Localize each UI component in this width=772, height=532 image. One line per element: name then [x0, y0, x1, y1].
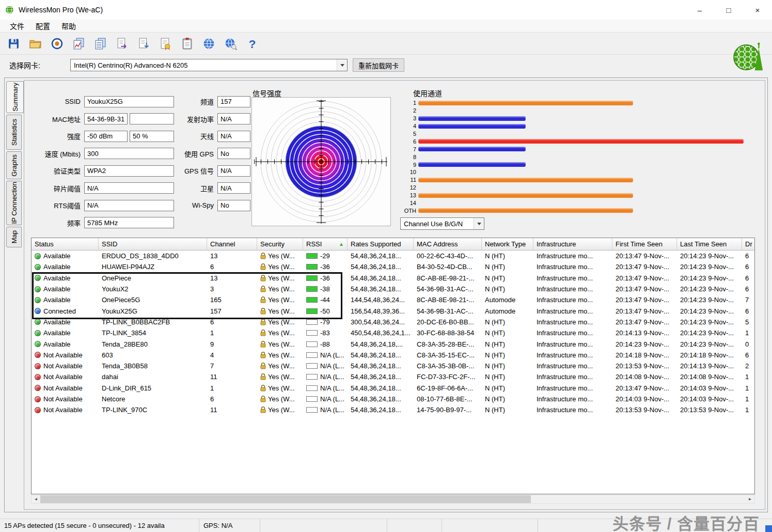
field-value-box[interactable]: N/A: [84, 182, 174, 194]
table-row[interactable]: Not Available6034Yes (W...N/A (L...54,48…: [31, 350, 754, 361]
column-header-channel[interactable]: Channel: [207, 238, 257, 251]
rates-cell: 54,48,36,24,18...: [348, 350, 414, 361]
field-value-box[interactable]: N/A: [84, 200, 174, 211]
rates-cell: 300,54,48,36,24...: [348, 317, 414, 327]
column-header-status[interactable]: Status: [31, 238, 99, 251]
tab-statistics[interactable]: Statistics: [6, 115, 22, 150]
field-value-box[interactable]: N/A: [217, 165, 250, 177]
field-value-box[interactable]: N/A: [217, 131, 250, 142]
scroll-left-button[interactable]: ◄: [31, 495, 40, 503]
column-header-first-time-seen[interactable]: First Time Seen: [612, 238, 677, 251]
field-value-box[interactable]: YoukuX25G: [84, 96, 174, 107]
security-label: Yes (W...: [268, 384, 295, 392]
menu-config[interactable]: 配置: [30, 21, 56, 31]
report-button[interactable]: [180, 36, 194, 51]
status-aps-detected: 15 APs detected (15 secure - 0 unsecured…: [0, 519, 199, 532]
menu-help[interactable]: 帮助: [56, 21, 82, 31]
minimize-button[interactable]: –: [685, 0, 714, 20]
field-value-box[interactable]: -50 dBm: [84, 131, 128, 142]
channel-cell: 13: [207, 251, 257, 261]
export-page-button[interactable]: [115, 36, 129, 51]
open-button[interactable]: [28, 36, 42, 51]
reload-adapter-button[interactable]: 重新加载网卡: [353, 58, 404, 72]
network-type-cell: N (HT): [482, 383, 533, 394]
table-row[interactable]: Not AvailableD-Link_DIR_6151Yes (W...N/A…: [31, 383, 754, 394]
field-value-box-2[interactable]: 50 %: [130, 131, 174, 142]
column-header-ssid[interactable]: SSID: [99, 238, 207, 251]
maximize-button[interactable]: □: [714, 0, 743, 20]
copy-list-button[interactable]: [93, 36, 107, 51]
table-row[interactable]: Not AvailableNetcore6Yes (W...N/A (L...5…: [31, 394, 754, 404]
tab-map[interactable]: Map: [6, 227, 22, 247]
channel-use-select[interactable]: Channel Use B/G/N: [400, 217, 484, 230]
channel-row: 6: [404, 137, 760, 145]
status-label: Not Available: [43, 373, 83, 381]
channel-bar-track: [418, 147, 760, 151]
field-value-box[interactable]: No: [217, 200, 250, 211]
column-header-network-type[interactable]: Network Type: [482, 238, 533, 251]
network-type-cell: Automode: [482, 294, 533, 305]
table-row[interactable]: AvailableTenda_28BE809Yes (W...-8854,48,…: [31, 338, 754, 349]
horizontal-scrollbar[interactable]: ◄ ►: [31, 495, 755, 504]
field-value-box[interactable]: 54-36-9B-31: [84, 113, 128, 124]
infrastructure-cell: Infrastructure mo...: [533, 251, 612, 261]
ssid-cell: dahai: [99, 371, 207, 382]
status-icon: [35, 374, 41, 380]
field-value-box[interactable]: 5785 MHz: [84, 217, 174, 228]
field-label: 发射功率: [182, 114, 214, 124]
scrollbar-track[interactable]: [40, 495, 746, 503]
lock-icon: [260, 330, 266, 336]
field-value-box-2[interactable]: [130, 113, 174, 124]
scrollbar-thumb[interactable]: [40, 495, 531, 503]
security-cell: Yes (W...: [257, 383, 303, 394]
column-header-last-time-seen[interactable]: Last Time Seen: [677, 238, 742, 251]
status-section-4: [387, 519, 442, 532]
field-value-box[interactable]: N/A: [217, 113, 250, 124]
field-label: Wi-Spy: [182, 201, 214, 209]
column-header-rssi[interactable]: RSSI▲: [303, 238, 348, 251]
mac-cell: B4-30-52-4D-CB...: [414, 261, 482, 272]
last-seen-cell: 20:14:23 9-Nov-...: [677, 305, 742, 316]
field-value-box[interactable]: 157: [217, 96, 250, 107]
lock-icon: [260, 263, 266, 270]
table-row[interactable]: Not AvailableTP-LINK_970C11Yes (W...N/A …: [31, 404, 754, 415]
field-value-box[interactable]: N/A: [217, 182, 250, 194]
column-header-mac-address[interactable]: MAC Address: [414, 238, 482, 251]
close-button[interactable]: ×: [743, 0, 772, 20]
column-header-rates-supported[interactable]: Rates Supported: [348, 238, 414, 251]
web-status-button[interactable]: [223, 36, 238, 51]
record-button[interactable]: [50, 36, 64, 51]
channel-label: 9: [404, 162, 418, 168]
copy-graph-button[interactable]: [71, 36, 86, 51]
rates-cell: 54,48,36,24,18...: [348, 361, 414, 371]
tab-summary[interactable]: Summary: [6, 81, 24, 113]
tab-ip-connection[interactable]: IP Connection: [6, 181, 22, 225]
rssi-value: N/A (L...: [320, 362, 344, 370]
field-value-box[interactable]: No: [217, 148, 250, 159]
scroll-right-button[interactable]: ►: [746, 495, 754, 503]
menu-file[interactable]: 文件: [4, 21, 30, 31]
tab-graphs[interactable]: Graphs: [6, 151, 22, 179]
table-row[interactable]: AvailableTP-LINK_38541Yes (W...-83450,54…: [31, 327, 754, 338]
security-label: Yes (W...: [268, 362, 295, 370]
export-page-2-button[interactable]: [136, 36, 151, 51]
sign-button[interactable]: [158, 36, 172, 51]
dr-cell: 6: [742, 305, 755, 316]
column-header-dr[interactable]: Dr: [742, 238, 755, 251]
save-button[interactable]: [6, 36, 21, 51]
rssi-value: -88: [320, 340, 330, 348]
table-row[interactable]: Not AvailableTenda_3B0B587Yes (W...N/A (…: [31, 361, 754, 371]
column-header-security[interactable]: Security: [257, 238, 303, 251]
table-row[interactable]: AvailableHUAWEI-P94AJZ6Yes (W...-3654,48…: [31, 261, 754, 272]
field-value-box[interactable]: 300: [84, 148, 174, 159]
field-label: 碎片阈值: [31, 183, 81, 193]
summary-field-row: 天线N/A: [182, 128, 250, 145]
table-row[interactable]: AvailableERDUO_DS_1838_4DD013Yes (W...-2…: [31, 251, 754, 261]
help-button[interactable]: ?: [245, 36, 259, 51]
status-icon: [35, 319, 41, 325]
table-row[interactable]: Not Availabledahai11Yes (W...N/A (L...54…: [31, 371, 754, 382]
adapter-select[interactable]: Intel(R) Centrino(R) Advanced-N 6205: [70, 59, 348, 71]
field-value-box[interactable]: WPA2: [84, 165, 174, 177]
column-header-infrastructure[interactable]: Infrastructure: [533, 238, 612, 251]
web-button[interactable]: [201, 36, 216, 51]
